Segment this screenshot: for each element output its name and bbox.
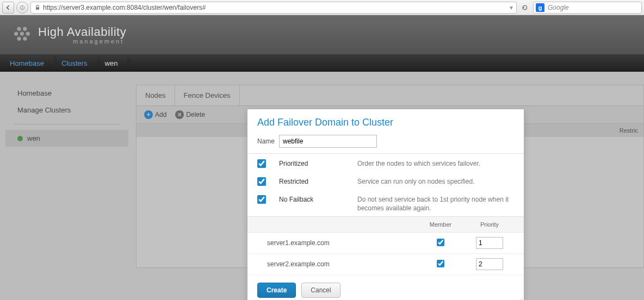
prioritized-checkbox[interactable] [257,159,266,168]
svg-rect-2 [22,7,22,9]
column-member: Member [416,221,465,228]
svg-point-10 [23,37,27,41]
server-member-checkbox[interactable] [437,260,444,267]
option-label: Restricted [279,177,344,185]
breadcrumb-item: wen [97,54,128,72]
tab-nodes[interactable]: Nodes [137,85,175,105]
cancel-button[interactable]: Cancel [301,283,340,298]
sidebar-item-cluster[interactable]: wen [5,130,128,147]
modal-footer: Create Cancel [247,275,524,300]
option-row-no-failback: No Failback Do not send service back to … [247,190,524,217]
no-failback-checkbox[interactable] [257,195,266,204]
option-label: No Failback [279,195,344,203]
arrow-left-icon [5,4,11,11]
option-desc: Service can run only on nodes specified. [357,177,514,186]
svg-point-6 [14,32,18,36]
back-button[interactable] [2,2,14,14]
search-placeholder: Google [548,4,569,11]
lock-icon [34,4,41,11]
option-desc: Order the nodes to which services failov… [357,159,514,168]
sidebar: Homebase Manage Clusters wen [5,85,128,147]
logo-icon [14,25,34,45]
name-input[interactable] [279,135,377,148]
delete-button[interactable]: × Delete [175,110,205,119]
identity-button[interactable] [16,2,28,14]
breadcrumb-item[interactable]: Homebase [2,54,54,72]
status-dot-icon [17,136,23,141]
resize-handle-icon[interactable] [515,297,523,300]
server-member-checkbox[interactable] [437,239,444,246]
google-icon: g [536,3,544,12]
sidebar-item-manage-clusters[interactable]: Manage Clusters [5,102,128,118]
tab-fence-devices[interactable]: Fence Devices [175,85,240,105]
svg-point-1 [22,6,23,7]
column-restricted: Restric [616,127,643,134]
breadcrumb-item[interactable]: Clusters [54,54,97,72]
divider [14,124,120,124]
option-label: Prioritized [279,159,344,167]
breadcrumb: Homebase Clusters wen [0,54,644,72]
sidebar-cluster-label: wen [27,134,40,142]
sidebar-item-homebase[interactable]: Homebase [5,85,128,102]
tabs: Nodes Fence Devices [137,85,643,106]
add-button[interactable]: + Add [144,110,166,119]
restricted-checkbox[interactable] [257,177,266,186]
chevron-down-icon[interactable]: ▾ [510,4,513,11]
server-name: server2.example.com [257,260,416,268]
svg-point-7 [20,32,24,36]
x-icon: × [175,110,184,119]
svg-rect-3 [36,7,39,10]
url-bar[interactable]: https://server3.example.com:8084/cluster… [30,2,517,14]
create-button[interactable]: Create [257,283,296,298]
svg-point-4 [17,27,21,31]
server-name: server1.example.com [257,239,416,247]
app-title-block: High Availability management [38,25,126,45]
url-text: https://server3.example.com:8084/cluster… [43,4,206,11]
app-title: High Availability [38,25,126,39]
server-priority-input[interactable] [476,258,503,270]
name-label: Name [257,138,275,145]
option-desc: Do not send service back to 1st priority… [357,195,514,214]
modal-title: Add Failover Domain to Cluster [247,109,524,135]
browser-toolbar: https://server3.example.com:8084/cluster… [0,0,644,15]
option-row-prioritized: Prioritized Order the nodes to which ser… [247,154,524,172]
svg-point-5 [23,27,27,31]
info-icon [19,4,26,11]
reload-icon [522,4,528,11]
server-row: server1.example.com [247,233,524,254]
svg-point-8 [26,32,30,36]
server-row: server2.example.com [247,254,524,275]
app-subtitle: management [73,38,126,45]
svg-point-9 [17,37,21,41]
column-priority: Priority [465,221,514,228]
server-priority-input[interactable] [476,237,503,249]
server-table-header: Member Priority [247,217,524,233]
add-failover-modal: Add Failover Domain to Cluster Name Prio… [247,109,524,300]
browser-search[interactable]: g Google [533,2,642,14]
app-header: High Availability management [0,15,644,54]
plus-icon: + [144,110,153,119]
option-row-restricted: Restricted Service can run only on nodes… [247,172,524,190]
reload-button[interactable] [519,2,531,14]
